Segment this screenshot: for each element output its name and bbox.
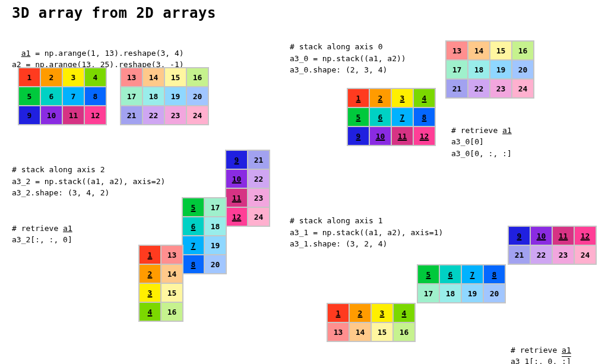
cell: 6 [41,87,62,105]
cell: 24 [248,208,269,226]
cell: 20 [205,255,226,273]
cell: 5 [348,108,369,126]
cell: 23 [165,106,186,124]
cell: 18 [440,284,461,302]
cell: 17 [418,284,439,302]
cell: 19 [205,236,226,254]
cell: 24 [512,80,533,97]
cell: 10 [226,170,247,188]
cell: 20 [187,87,208,105]
cell: 16 [162,303,182,321]
cell: 16 [394,323,414,341]
cell: 20 [512,61,533,78]
cell: 10 [41,106,62,124]
cell: 9 [509,227,530,245]
code-stack0: # stack along axis 0 a3_0 = np.stack((a1… [290,41,406,76]
cell: 3 [140,284,160,302]
grid-ax1-slab0: 123413141516 [327,303,416,342]
cell: 19 [165,87,186,105]
cell: 22 [143,106,164,124]
cell: 21 [248,151,269,169]
code-retrieve2: # retrieve a1 a3_2[:, :, 0] [12,211,72,246]
cell: 17 [205,198,226,216]
cell: 22 [248,170,269,188]
cell: 3 [63,68,84,86]
cell: 22 [468,80,489,97]
cell: 2 [140,265,160,283]
page-title: 3D array from 2D arrays [12,5,216,21]
cell: 1 [19,68,40,86]
cell: 8 [414,108,435,126]
cell: 18 [205,217,226,235]
cell: 24 [575,246,596,264]
cell: 22 [531,246,552,264]
cell: 21 [509,246,530,264]
cell: 16 [512,42,533,59]
cell: 12 [414,127,435,145]
cell: 21 [121,106,142,124]
cell: 4 [140,303,160,321]
cell: 15 [372,323,392,341]
cell: 6 [183,217,204,235]
cell: 4 [414,89,435,107]
cell: 17 [446,61,467,78]
cell: 13 [328,323,349,341]
grid-a2: 131415161718192021222324 [120,67,209,125]
cell: 9 [348,127,369,145]
grid-ax1-slab1: 567817181920 [417,264,506,303]
cell: 15 [165,68,186,86]
cell: 18 [468,61,489,78]
cell: 14 [143,68,164,86]
cell: 13 [121,68,142,86]
cell: 6 [440,265,461,283]
cell: 2 [370,89,391,107]
cell: 19 [462,284,483,302]
cell: 8 [183,255,204,273]
cell: 5 [183,198,204,216]
cell: 12 [85,106,106,124]
code-defs: a1 = np.arange(1, 13).reshape(3, 4) a2 =… [12,36,184,71]
cell: 4 [85,68,106,86]
cell: 7 [183,236,204,254]
cell: 14 [468,42,489,59]
grid-ax0-front: 123456789101112 [347,88,436,146]
cell: 20 [484,284,505,302]
cell: 13 [162,246,182,264]
cell: 11 [226,189,247,207]
cell: 13 [446,42,467,59]
cell: 4 [394,304,414,322]
cell: 2 [41,68,62,86]
cell: 14 [350,323,370,341]
grid-ax2-slab1: 517618719820 [182,197,227,274]
cell: 23 [553,246,574,264]
cell: 9 [19,106,40,124]
cell: 17 [121,87,142,105]
cell: 7 [63,87,84,105]
cell: 21 [446,80,467,97]
cell: 9 [226,151,247,169]
cell: 1 [348,89,369,107]
cell: 15 [490,42,511,59]
cell: 10 [531,227,552,245]
cell: 12 [226,208,247,226]
grid-ax2-slab2: 921102211231224 [225,150,270,227]
cell: 7 [462,265,483,283]
cell: 24 [187,106,208,124]
code-retrieve1: # retrieve a1 a3_1[:, 0, :] [511,333,571,364]
cell: 3 [392,89,413,107]
cell: 8 [484,265,505,283]
code-stack1: # stack along axis 1 a3_1 = np.stack((a1… [290,215,443,250]
code-retrieve0: # retrieve a1 a3_0[0] a3_0[0, :, :] [451,113,512,159]
cell: 11 [553,227,574,245]
cell: 11 [392,127,413,145]
cell: 8 [85,87,106,105]
cell: 11 [63,106,84,124]
cell: 5 [418,265,439,283]
cell: 5 [19,87,40,105]
grid-ax0-back: 131415161718192021222324 [445,40,534,99]
cell: 23 [248,189,269,207]
cell: 7 [392,108,413,126]
cell: 3 [372,304,392,322]
cell: 6 [370,108,391,126]
code-stack2: # stack along axis 2 a3_2 = np.stack((a1… [12,164,165,199]
